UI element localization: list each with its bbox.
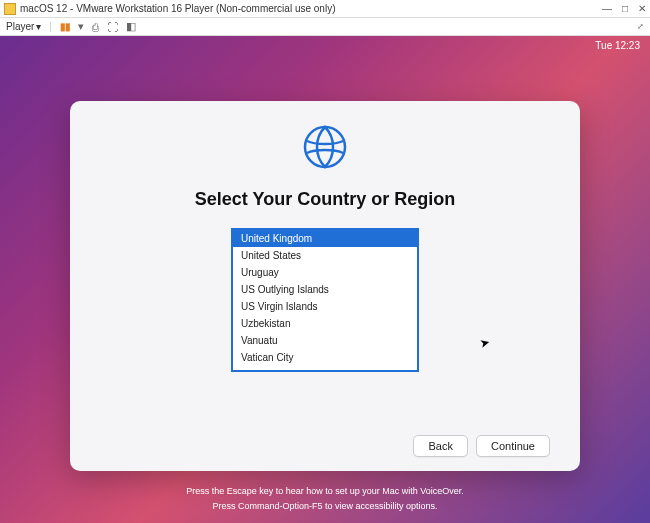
window-title: macOS 12 - VMware Workstation 16 Player …: [20, 3, 335, 14]
list-item[interactable]: Venezuela: [233, 366, 417, 372]
list-item[interactable]: Vatican City: [233, 349, 417, 366]
list-item[interactable]: United States: [233, 247, 417, 264]
card-footer: Back Continue: [100, 435, 550, 457]
continue-button[interactable]: Continue: [476, 435, 550, 457]
card-title: Select Your Country or Region: [195, 189, 455, 210]
send-ctrl-alt-del-icon[interactable]: ⎙: [92, 21, 99, 33]
hint-voiceover: Press the Escape key to hear how to set …: [0, 484, 650, 498]
back-button[interactable]: Back: [413, 435, 467, 457]
list-item[interactable]: Uzbekistan: [233, 315, 417, 332]
dropdown-icon[interactable]: ▾: [78, 20, 84, 33]
accessibility-hints: Press the Escape key to hear how to set …: [0, 484, 650, 513]
window-controls: — □ ✕: [602, 3, 646, 14]
player-menu-label: Player: [6, 21, 34, 32]
vmware-title-bar: macOS 12 - VMware Workstation 16 Player …: [0, 0, 650, 18]
macos-menu-bar: Tue 12:23: [0, 36, 650, 54]
player-menu[interactable]: Player ▾: [6, 21, 41, 32]
globe-icon: [301, 123, 349, 175]
list-item[interactable]: United Kingdom: [233, 230, 417, 247]
list-item[interactable]: US Outlying Islands: [233, 281, 417, 298]
svg-point-0: [305, 127, 345, 167]
list-item[interactable]: Uruguay: [233, 264, 417, 281]
minimize-button[interactable]: —: [602, 3, 612, 14]
menu-bar-clock: Tue 12:23: [595, 40, 640, 51]
expand-icon[interactable]: ⤢: [637, 22, 644, 31]
pause-icon[interactable]: ▮▮: [60, 21, 70, 32]
toolbar-separator: |: [49, 21, 52, 32]
close-button[interactable]: ✕: [638, 3, 646, 14]
list-item[interactable]: Vanuatu: [233, 332, 417, 349]
dropdown-icon: ▾: [36, 21, 41, 32]
unity-icon[interactable]: ◧: [126, 20, 136, 33]
hint-accessibility: Press Command-Option-F5 to view accessib…: [0, 499, 650, 513]
vm-screen: Tue 12:23 Select Your Country or Region …: [0, 36, 650, 523]
list-item[interactable]: US Virgin Islands: [233, 298, 417, 315]
setup-card: Select Your Country or Region United Kin…: [70, 101, 580, 471]
country-list[interactable]: United KingdomUnited StatesUruguayUS Out…: [231, 228, 419, 372]
vmware-toolbar: Player ▾ | ▮▮ ▾ ⎙ ⛶ ◧ ⤢: [0, 18, 650, 36]
maximize-button[interactable]: □: [622, 3, 628, 14]
vmware-app-icon: [4, 3, 16, 15]
fullscreen-icon[interactable]: ⛶: [107, 21, 118, 33]
